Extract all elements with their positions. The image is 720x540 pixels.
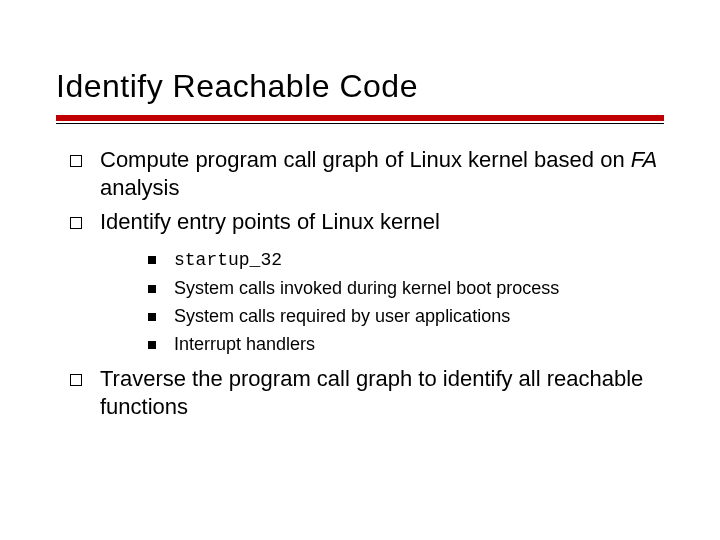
- bullet-text-em: FA: [631, 147, 657, 172]
- sub-item: System calls invoked during kernel boot …: [144, 275, 664, 303]
- sub-item: startup_32: [144, 246, 664, 275]
- sub-item: System calls required by user applicatio…: [144, 303, 664, 331]
- sub-text: Interrupt handlers: [174, 334, 315, 354]
- sub-text: System calls invoked during kernel boot …: [174, 278, 559, 298]
- code-text: startup_32: [174, 250, 282, 270]
- sub-list: startup_32 System calls invoked during k…: [100, 246, 664, 359]
- sub-text: System calls required by user applicatio…: [174, 306, 510, 326]
- bullet-text-pre: Compute program call graph of Linux kern…: [100, 147, 631, 172]
- sub-item: Interrupt handlers: [144, 331, 664, 359]
- bullet-text-post: analysis: [100, 175, 179, 200]
- title-underline-thin: [56, 123, 664, 124]
- bullet-item: Compute program call graph of Linux kern…: [66, 146, 664, 202]
- bullet-text: Identify entry points of Linux kernel: [100, 209, 440, 234]
- bullet-list: Compute program call graph of Linux kern…: [56, 146, 664, 421]
- slide-title: Identify Reachable Code: [56, 68, 664, 105]
- bullet-item: Identify entry points of Linux kernel st…: [66, 208, 664, 359]
- bullet-item: Traverse the program call graph to ident…: [66, 365, 664, 421]
- slide: Identify Reachable Code Compute program …: [0, 0, 720, 540]
- title-underline-red: [56, 115, 664, 121]
- bullet-text: Traverse the program call graph to ident…: [100, 366, 643, 419]
